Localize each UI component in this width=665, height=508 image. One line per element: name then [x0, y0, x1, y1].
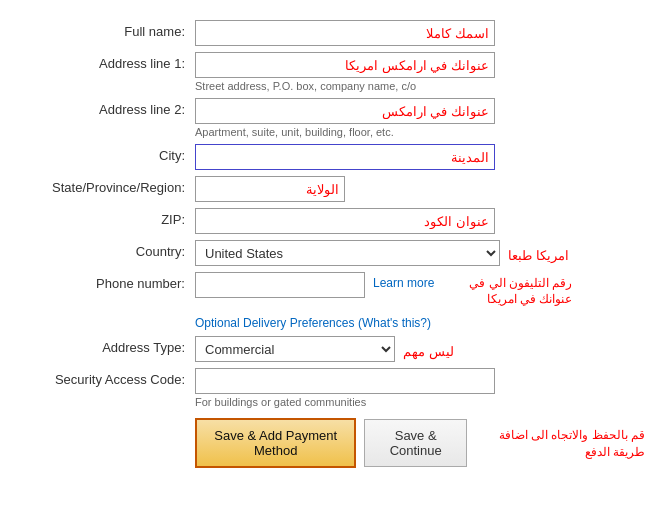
- address2-hint: Apartment, suite, unit, building, floor,…: [195, 126, 645, 138]
- zip-row: ZIP:: [20, 208, 645, 234]
- country-field: United States امريكا طبعا: [195, 240, 645, 266]
- address-type-field: Commercial ليس مهم: [195, 336, 645, 362]
- optional-header-text: Optional Delivery Preferences: [195, 316, 354, 330]
- country-label: Country:: [20, 240, 195, 259]
- security-code-field: For buildings or gated communities: [195, 368, 645, 408]
- phone-annotation: رقم التليفون الي في عنوانك في امريكا: [442, 272, 572, 307]
- address-type-annotation: ليس مهم: [403, 340, 454, 359]
- country-row: Country: United States امريكا طبعا: [20, 240, 645, 266]
- state-field: [195, 176, 645, 202]
- city-label: City:: [20, 144, 195, 163]
- save-continue-button[interactable]: Save & Continue: [364, 419, 467, 467]
- address-type-label: Address Type:: [20, 336, 195, 355]
- phone-input-row: Learn more رقم التليفون الي في عنوانك في…: [195, 272, 645, 307]
- full-name-row: Full name:: [20, 20, 645, 46]
- country-annotation: امريكا طبعا: [508, 244, 569, 263]
- button-annotation: قم بالحفظ والاتجاه الى اضافة طريقة الدفع: [485, 425, 645, 461]
- address1-hint: Street address, P.O. box, company name, …: [195, 80, 645, 92]
- city-row: City:: [20, 144, 645, 170]
- address1-label: Address line 1:: [20, 52, 195, 71]
- full-name-field: [195, 20, 645, 46]
- address1-field: Street address, P.O. box, company name, …: [195, 52, 645, 92]
- buttons-row: Save & Add Payment Method Save & Continu…: [20, 418, 645, 468]
- address2-field: Apartment, suite, unit, building, floor,…: [195, 98, 645, 138]
- address1-input[interactable]: [195, 52, 495, 78]
- full-name-label: Full name:: [20, 20, 195, 39]
- state-row: State/Province/Region:: [20, 176, 645, 202]
- state-label: State/Province/Region:: [20, 176, 195, 195]
- optional-section: Optional Delivery Preferences (What's th…: [20, 315, 645, 408]
- security-code-label: Security Access Code:: [20, 368, 195, 387]
- learn-more-link[interactable]: Learn more: [373, 272, 434, 290]
- country-select[interactable]: United States: [195, 240, 500, 266]
- zip-label: ZIP:: [20, 208, 195, 227]
- address1-row: Address line 1: Street address, P.O. box…: [20, 52, 645, 92]
- full-name-input[interactable]: [195, 20, 495, 46]
- address-type-select[interactable]: Commercial: [195, 336, 395, 362]
- phone-input[interactable]: [195, 272, 365, 298]
- security-code-hint: For buildings or gated communities: [195, 396, 645, 408]
- security-code-row: Security Access Code: For buildings or g…: [20, 368, 645, 408]
- zip-input[interactable]: [195, 208, 495, 234]
- zip-field: [195, 208, 645, 234]
- phone-row: Phone number: Learn more رقم التليفون ال…: [20, 272, 645, 307]
- security-code-input[interactable]: [195, 368, 495, 394]
- address2-row: Address line 2: Apartment, suite, unit, …: [20, 98, 645, 138]
- save-add-button[interactable]: Save & Add Payment Method: [195, 418, 356, 468]
- address-form: Full name: Address line 1: Street addres…: [0, 10, 665, 478]
- address2-input[interactable]: [195, 98, 495, 124]
- city-field: [195, 144, 645, 170]
- optional-header: Optional Delivery Preferences (What's th…: [20, 315, 645, 330]
- city-input[interactable]: [195, 144, 495, 170]
- phone-field: Learn more رقم التليفون الي في عنوانك في…: [195, 272, 645, 307]
- optional-whats-this[interactable]: (What's this?): [358, 316, 431, 330]
- phone-label: Phone number:: [20, 272, 195, 291]
- address2-label: Address line 2:: [20, 98, 195, 117]
- address-type-row: Address Type: Commercial ليس مهم: [20, 336, 645, 362]
- state-input[interactable]: [195, 176, 345, 202]
